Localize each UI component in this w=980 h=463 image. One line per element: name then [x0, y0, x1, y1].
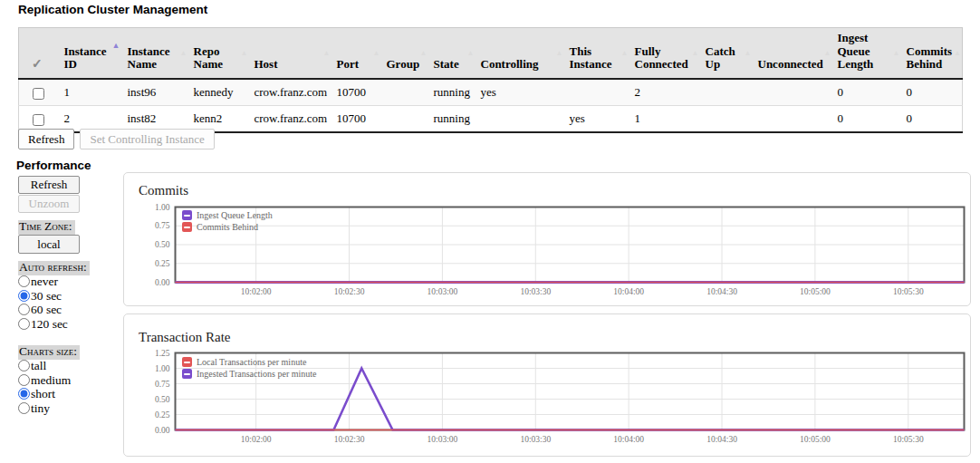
column-header-ingest-queue-length[interactable]: Ingest Queue Length▲ [832, 28, 901, 80]
charts-size-label: Charts size: [18, 345, 80, 360]
cell-host: crow.franz.com [249, 79, 331, 106]
charts-size-options: tall medium short tiny [18, 359, 71, 415]
sort-icon: ▲ [323, 50, 331, 57]
charts-size-option-tiny[interactable]: tiny [18, 401, 71, 416]
y-axis-tick-label: 0.50 [155, 240, 170, 249]
column-header-repo-name[interactable]: Repo Name▲ [188, 28, 249, 80]
sort-icon: ▲ [745, 50, 752, 57]
time-zone-button[interactable]: local [18, 235, 80, 254]
commits-chart-panel: Commits 10:02:0010:02:3010:03:0010:03:30… [123, 172, 971, 306]
column-header-host[interactable]: Host▲ [249, 28, 331, 80]
x-axis-tick-label: 10:05:30 [893, 287, 924, 296]
transaction-rate-chart[interactable]: 10:02:0010:02:3010:03:0010:03:3010:04:00… [124, 314, 970, 456]
x-axis-tick-label: 10:02:00 [241, 287, 272, 296]
column-header-instance-name[interactable]: Instance Name▲ [122, 28, 188, 80]
set-controlling-instance-button[interactable]: Set Controlling Instance [80, 129, 214, 150]
charts-size-option-short[interactable]: short [18, 387, 71, 401]
y-axis-tick-label: 1.00 [155, 364, 170, 373]
cell-group [381, 106, 428, 133]
auto-refresh-option-60sec[interactable]: 60 sec [18, 303, 68, 317]
radio-button[interactable] [18, 290, 30, 302]
legend-item: Ingest Queue Length [182, 209, 273, 221]
cell-port: 10700 [331, 106, 381, 133]
chart-legend: Ingest Queue Length Commits Behind [182, 209, 273, 233]
sort-icon: ▲ [556, 50, 563, 57]
y-axis-tick-label: 1.25 [155, 349, 170, 358]
cell-group [381, 79, 428, 106]
select-all-check-icon: ✓ [24, 57, 43, 71]
column-header-controlling[interactable]: Controlling▲ [476, 28, 564, 80]
sort-icon: ▲ [824, 50, 831, 57]
radio-button[interactable] [18, 374, 30, 386]
cell-host: crow.franz.com [249, 106, 331, 133]
chart-legend: Local Transactions per minute Ingested T… [182, 356, 316, 380]
column-header-port[interactable]: Port▲ [331, 28, 381, 80]
column-header-this-instance[interactable]: This Instance▲ [564, 28, 629, 80]
x-axis-tick-label: 10:05:00 [800, 435, 831, 444]
column-header-instance-id[interactable]: Instance ID▲ [59, 28, 122, 80]
column-header-select-all[interactable]: ✓ [19, 28, 59, 80]
legend-swatch [182, 369, 192, 379]
radio-button[interactable] [18, 402, 30, 414]
unzoom-button[interactable]: Unzoom [18, 195, 80, 213]
table-row: 1 inst96 kennedy crow.franz.com 10700 ru… [19, 79, 963, 106]
column-header-fully-connected[interactable]: Fully Connected▲ [629, 28, 700, 80]
charts-size-option-medium[interactable]: medium [18, 373, 71, 388]
auto-refresh-option-120sec[interactable]: 120 sec [18, 317, 68, 332]
radio-button[interactable] [18, 304, 30, 315]
commits-chart[interactable]: 10:02:0010:02:3010:03:0010:03:3010:04:00… [124, 173, 970, 305]
y-axis-tick-label: 0.75 [155, 380, 170, 389]
radio-button[interactable] [18, 360, 30, 371]
auto-refresh-option-30sec[interactable]: 30 sec [18, 289, 68, 304]
y-axis-tick-label: 0.00 [155, 278, 170, 287]
x-axis-tick-label: 10:05:30 [893, 435, 924, 444]
cell-commits-behind: 0 [901, 79, 963, 106]
cell-unconnected [753, 79, 832, 106]
cell-fully-connected: 1 [629, 106, 700, 133]
column-header-unconnected[interactable]: Unconnected▲ [753, 28, 832, 80]
column-header-catch-up[interactable]: Catch Up▲ [700, 28, 753, 80]
charts-size-option-tall[interactable]: tall [18, 359, 71, 373]
y-axis-tick-label: 0.00 [155, 426, 170, 435]
cell-repo-name: kennedy [188, 79, 249, 106]
refresh-button[interactable]: Refresh [18, 129, 74, 150]
column-header-group[interactable]: Group▲ [381, 28, 428, 80]
sort-icon: ▲ [621, 50, 629, 57]
cell-ingest-queue-length: 0 [832, 79, 901, 106]
cell-catch-up [700, 106, 753, 133]
sort-icon: ▲ [692, 50, 699, 57]
radio-button[interactable] [18, 388, 30, 400]
cell-catch-up [700, 79, 753, 106]
x-axis-tick-label: 10:04:00 [613, 287, 644, 296]
y-axis-tick-label: 0.50 [155, 395, 170, 404]
y-axis-tick-label: 0.75 [155, 221, 170, 230]
auto-refresh-option-never[interactable]: never [18, 275, 68, 289]
cell-this-instance: yes [564, 106, 629, 133]
radio-button[interactable] [18, 275, 30, 287]
radio-button[interactable] [18, 318, 30, 330]
legend-item: Commits Behind [182, 221, 273, 233]
x-axis-tick-label: 10:04:30 [706, 287, 737, 296]
cell-ingest-queue-length: 0 [832, 106, 901, 133]
cell-state: running [428, 79, 476, 106]
column-header-state[interactable]: State▲ [428, 28, 476, 80]
row-checkbox[interactable] [33, 114, 44, 126]
cell-port: 10700 [331, 79, 381, 106]
transaction-rate-chart-panel: Transaction Rate 10:02:0010:02:3010:03:0… [123, 313, 971, 457]
sort-icon: ▲ [241, 50, 248, 57]
legend-swatch [182, 357, 192, 367]
x-axis-tick-label: 10:03:00 [428, 435, 458, 444]
cell-controlling: yes [476, 79, 564, 106]
y-axis-tick-label: 0.25 [155, 410, 170, 420]
table-header-row: ✓ Instance ID▲ Instance Name▲ Repo Name▲… [19, 28, 963, 80]
column-header-commits-behind[interactable]: Commits Behind▲ [901, 28, 963, 80]
legend-item: Local Transactions per minute [182, 356, 316, 368]
page-title: Replication Cluster Management [18, 3, 207, 16]
y-axis-tick-label: 1.00 [155, 203, 170, 212]
sort-icon: ▲ [420, 50, 428, 57]
x-axis-tick-label: 10:03:30 [520, 287, 551, 296]
performance-refresh-button[interactable]: Refresh [18, 176, 80, 194]
row-checkbox[interactable] [33, 88, 44, 100]
cell-controlling [476, 106, 564, 133]
sort-icon: ▲ [467, 50, 475, 57]
